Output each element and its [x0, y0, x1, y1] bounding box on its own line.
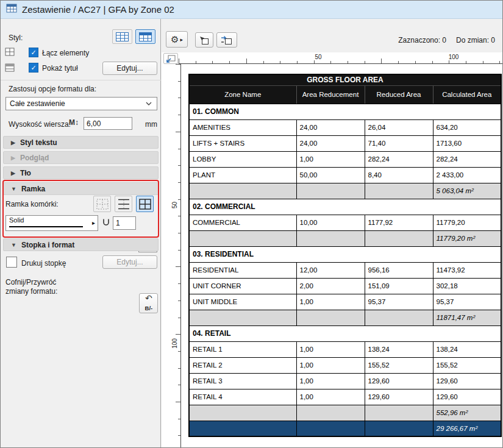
border-preset-horizontal-button[interactable] — [115, 196, 132, 212]
grand-total-value-cell[interactable]: 29 266,67 m² — [433, 421, 501, 436]
table-cell[interactable]: 10,00 — [296, 215, 365, 230]
table-cell[interactable]: 24,00 — [296, 119, 365, 135]
section-text-style[interactable]: ▶ Styl tekstu — [3, 136, 159, 149]
table-cell[interactable]: RETAIL 1 — [189, 341, 296, 357]
style-toggle-full[interactable] — [135, 29, 155, 44]
table-cell[interactable]: 1177,92 — [365, 215, 433, 230]
group-header-cell[interactable]: 03. RESIDENTIAL — [189, 246, 501, 262]
table-cell[interactable]: 129,60 — [433, 389, 501, 405]
border-preset-none-button[interactable] — [93, 196, 111, 212]
table-cell[interactable]: RETAIL 2 — [189, 357, 296, 373]
section-background[interactable]: ▶ Tło — [3, 166, 159, 179]
table-cell[interactable]: LIFTS + STAIRS — [189, 135, 296, 151]
subtotal-cell[interactable] — [296, 230, 365, 246]
row-height-input[interactable] — [84, 117, 132, 130]
style-toggle-compact[interactable] — [112, 29, 132, 44]
table-cell[interactable]: 138,24 — [365, 341, 433, 357]
line-type-selector[interactable]: Solid ▸ — [5, 215, 98, 231]
table-cell[interactable]: 1,00 — [296, 357, 365, 373]
table-cell[interactable]: 2,00 — [296, 278, 365, 294]
table-cell[interactable]: 129,60 — [365, 389, 433, 405]
show-title-checkbox[interactable]: ✓ — [29, 63, 38, 73]
border-preset-grid-button[interactable] — [136, 196, 154, 212]
pen-weight-input[interactable] — [113, 216, 136, 230]
table-cell[interactable]: 138,24 — [433, 341, 501, 357]
subtotal-cell[interactable] — [189, 310, 296, 325]
settings-button[interactable]: ⚙ ▸ — [166, 31, 188, 48]
table-cell[interactable]: 151,09 — [365, 278, 433, 294]
group-header-cell[interactable]: 02. COMMERCIAL — [189, 199, 501, 215]
subtotal-value-cell[interactable]: 5 063,04 m² — [433, 183, 501, 199]
subtotal-value-cell[interactable]: 11871,47 m² — [433, 310, 501, 325]
table-cell[interactable]: 12,00 — [296, 262, 365, 278]
grand-total-cell[interactable] — [189, 421, 296, 436]
subtotal-cell[interactable] — [189, 405, 296, 421]
table-cell[interactable]: RETAIL 4 — [189, 389, 296, 405]
table-cell[interactable]: 155,52 — [433, 357, 501, 373]
table-cell[interactable]: UNIT MIDDLE — [189, 294, 296, 310]
apply-to-elements-button[interactable] — [216, 32, 237, 48]
subtotal-cell[interactable] — [189, 183, 296, 199]
table-cell[interactable]: 50,00 — [296, 167, 365, 183]
table-cell[interactable]: 302,18 — [433, 278, 501, 294]
subtotal-cell[interactable] — [296, 310, 365, 325]
print-footer-checkbox[interactable] — [6, 257, 17, 268]
table-cell[interactable]: 129,60 — [365, 373, 433, 389]
table-cell[interactable]: 282,24 — [365, 151, 433, 167]
table-cell[interactable]: 11473,92 — [433, 262, 501, 278]
table-cell[interactable]: 282,24 — [433, 151, 501, 167]
subtotal-cell[interactable] — [365, 183, 433, 199]
subtotal-cell[interactable] — [296, 183, 365, 199]
grand-total-cell[interactable] — [296, 421, 365, 436]
table-cell[interactable]: RESIDENTIAL — [189, 262, 296, 278]
table-cell[interactable]: LOBBY — [189, 151, 296, 167]
subtotal-cell[interactable] — [365, 405, 433, 421]
table-cell[interactable]: 2 433,00 — [433, 167, 501, 183]
table-cell[interactable]: 1,00 — [296, 151, 365, 167]
table-cell[interactable]: 1,00 — [296, 373, 365, 389]
edit-footer-button[interactable]: Edytuj... — [102, 255, 157, 269]
subtotal-cell[interactable] — [296, 405, 365, 421]
table-cell[interactable]: 634,20 — [433, 119, 501, 135]
table-title[interactable]: GROSS FLOOR AREA — [189, 74, 501, 85]
subtotal-value-cell[interactable]: 552,96 m² — [433, 405, 501, 421]
table-cell[interactable]: UNIT CORNER — [189, 278, 296, 294]
table-cell[interactable]: RETAIL 3 — [189, 373, 296, 389]
table-cell[interactable]: 129,60 — [433, 373, 501, 389]
select-elements-button[interactable] — [195, 32, 213, 48]
table-cell[interactable]: PLANT — [189, 167, 296, 183]
column-header-area-reducement[interactable]: Area Reducement — [296, 85, 365, 104]
group-header-cell[interactable]: 04. RETAIL — [189, 325, 501, 341]
table-cell[interactable]: AMENITIES — [189, 119, 296, 135]
table-cell[interactable]: 71,40 — [365, 135, 433, 151]
section-frame[interactable]: ▼ Ramka — [3, 182, 159, 195]
column-header-zone-name[interactable]: Zone Name — [189, 85, 296, 104]
table-cell[interactable]: 1,00 — [296, 341, 365, 357]
grand-total-cell[interactable] — [365, 421, 433, 436]
table-cell[interactable]: 95,37 — [365, 294, 433, 310]
undo-format-button[interactable]: ↶ B/- — [139, 293, 158, 313]
table-cell[interactable]: COMMERCIAL — [189, 215, 296, 230]
table-cell[interactable]: 8,40 — [365, 167, 433, 183]
table-cell[interactable]: 1,00 — [296, 294, 365, 310]
column-header-reduced-area[interactable]: Reduced Area — [365, 85, 433, 104]
group-header-cell[interactable]: 01. COMMON — [189, 104, 501, 119]
table-cell[interactable]: 11779,20 — [433, 215, 501, 230]
edit-title-button[interactable]: Edytuj... — [102, 62, 157, 75]
table-cell[interactable]: 956,16 — [365, 262, 433, 278]
subtotal-value-cell[interactable]: 11779,20 m² — [433, 230, 501, 246]
table-cell[interactable]: 24,00 — [296, 135, 365, 151]
subtotal-cell[interactable] — [365, 310, 433, 325]
column-header-calculated-area[interactable]: Calculated Area — [433, 85, 501, 104]
section-footer-format[interactable]: ▼ Stopka i format — [3, 238, 159, 251]
ruler-options-button[interactable] — [163, 53, 178, 64]
subtotal-cell[interactable] — [189, 230, 296, 246]
subtotal-cell[interactable] — [365, 230, 433, 246]
table-cell[interactable]: 95,37 — [433, 294, 501, 310]
section-preview[interactable]: ▶ Podgląd — [3, 151, 159, 164]
link-elements-checkbox[interactable]: ✓ — [29, 48, 38, 57]
table-cell[interactable]: 1713,60 — [433, 135, 501, 151]
table-cell[interactable]: 1,00 — [296, 389, 365, 405]
table-cell[interactable]: 155,52 — [365, 357, 433, 373]
format-scope-select[interactable]: Całe zestawienie — [5, 97, 157, 110]
